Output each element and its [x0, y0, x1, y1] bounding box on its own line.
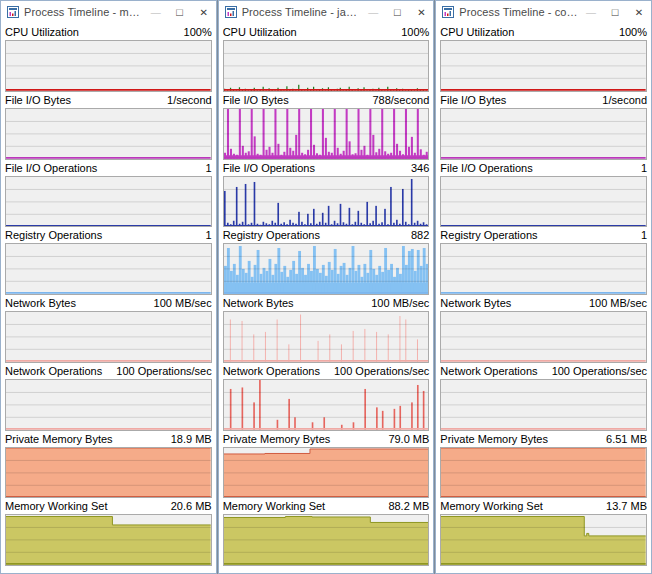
- panel-header: CPU Utilization 100%: [223, 25, 430, 40]
- panel-header: File I/O Bytes 1/second: [440, 93, 647, 108]
- app-icon: [7, 6, 19, 18]
- panel-header: Network Bytes 100 MB/sec: [5, 296, 212, 311]
- file-io-bytes-chart: [5, 108, 212, 160]
- maximize-button[interactable]: □: [603, 1, 627, 23]
- panel-label: Private Memory Bytes: [5, 433, 113, 446]
- chartbox: [440, 108, 647, 160]
- chartbox: [223, 379, 430, 431]
- chartbox: [5, 514, 212, 566]
- panel-value: 1: [641, 229, 647, 242]
- chartbox: [5, 311, 212, 363]
- panel-value: 100%: [401, 26, 429, 39]
- panel-header: Network Operations 100 Operations/sec: [5, 364, 212, 379]
- network-bytes-chart: [5, 311, 212, 363]
- cpu-utilization-chart: [223, 40, 430, 92]
- panel-label: Private Memory Bytes: [440, 433, 548, 446]
- panel-header: Private Memory Bytes 18.9 MB: [5, 432, 212, 447]
- memory-working-set-panel: Memory Working Set 20.6 MB: [5, 498, 212, 566]
- file-io-operations-panel: File I/O Operations 1: [440, 160, 647, 228]
- titlebar[interactable]: Process Timeline - conhost.exe (70244) —…: [436, 1, 651, 23]
- panel-label: Network Bytes: [5, 297, 76, 310]
- memory-working-set-chart: [223, 514, 430, 566]
- memory-working-set-chart: [5, 514, 212, 566]
- minimize-button[interactable]: —: [361, 1, 385, 23]
- panel-label: Memory Working Set: [440, 500, 543, 513]
- panel-label: File I/O Operations: [440, 162, 532, 175]
- panel-value: 100%: [619, 26, 647, 39]
- cpu-utilization-chart: [440, 40, 647, 92]
- app-icon: [442, 6, 454, 18]
- panel-label: Registry Operations: [440, 229, 537, 242]
- maximize-button[interactable]: □: [168, 1, 192, 23]
- network-operations-panel: Network Operations 100 Operations/sec: [5, 363, 212, 431]
- file-io-bytes-chart: [223, 108, 430, 160]
- private-memory-bytes-chart: [440, 447, 647, 499]
- file-io-bytes-chart: [440, 108, 647, 160]
- registry-operations-panel: Registry Operations 1: [5, 227, 212, 295]
- file-io-operations-panel: File I/O Operations 346: [223, 160, 430, 228]
- close-button[interactable]: ✕: [409, 1, 433, 23]
- cpu-utilization-panel: CPU Utilization 100%: [440, 24, 647, 92]
- panel-header: Registry Operations 1: [5, 228, 212, 243]
- panel-label: Registry Operations: [5, 229, 102, 242]
- panel-header: Registry Operations 1: [440, 228, 647, 243]
- chartbox: [440, 40, 647, 92]
- chartbox: [223, 447, 430, 499]
- panel-value: 788/second: [372, 94, 429, 107]
- maximize-button[interactable]: □: [385, 1, 409, 23]
- process-timeline-window: Process Timeline - mobileeyeagent.exe...…: [0, 0, 217, 574]
- panel-value: 1: [206, 162, 212, 175]
- panel-value: 100 MB/sec: [154, 297, 212, 310]
- panel-header: Private Memory Bytes 79.0 MB: [223, 432, 430, 447]
- memory-working-set-panel: Memory Working Set 88.2 MB: [223, 498, 430, 566]
- chartbox: [223, 108, 430, 160]
- registry-operations-chart: [5, 243, 212, 295]
- network-bytes-chart: [223, 311, 430, 363]
- panel-header: File I/O Operations 1: [440, 161, 647, 176]
- panels: CPU Utilization 100% File I/O Bytes 1/se…: [1, 23, 216, 573]
- chartbox: [5, 40, 212, 92]
- close-button[interactable]: ✕: [627, 1, 651, 23]
- panel-label: Network Operations: [440, 365, 537, 378]
- registry-operations-chart: [440, 243, 647, 295]
- panel-value: 1: [641, 162, 647, 175]
- panel-header: Network Operations 100 Operations/sec: [440, 364, 647, 379]
- panel-label: File I/O Bytes: [5, 94, 71, 107]
- panel-value: 100 Operations/sec: [116, 365, 211, 378]
- chartbox: [440, 514, 647, 566]
- panel-label: Memory Working Set: [223, 500, 326, 513]
- panel-header: File I/O Bytes 1/second: [5, 93, 212, 108]
- network-operations-panel: Network Operations 100 Operations/sec: [440, 363, 647, 431]
- panel-header: CPU Utilization 100%: [5, 25, 212, 40]
- file-io-operations-chart: [5, 176, 212, 228]
- panel-label: Private Memory Bytes: [223, 433, 331, 446]
- panel-value: 882: [411, 229, 429, 242]
- panel-label: CPU Utilization: [223, 26, 297, 39]
- chartbox: [440, 176, 647, 228]
- chartbox: [223, 243, 430, 295]
- minimize-button[interactable]: —: [144, 1, 168, 23]
- panels: CPU Utilization 100% File I/O Bytes 788/…: [219, 23, 434, 573]
- panels: CPU Utilization 100% File I/O Bytes 1/se…: [436, 23, 651, 573]
- panel-label: Network Operations: [5, 365, 102, 378]
- network-bytes-panel: Network Bytes 100 MB/sec: [440, 295, 647, 363]
- minimize-button[interactable]: —: [579, 1, 603, 23]
- titlebar[interactable]: Process Timeline - mobileeyeagent.exe...…: [1, 1, 216, 23]
- process-timeline-window: Process Timeline - conhost.exe (70244) —…: [435, 0, 652, 574]
- file-io-bytes-panel: File I/O Bytes 788/second: [223, 92, 430, 160]
- panel-label: Memory Working Set: [5, 500, 108, 513]
- chartbox: [5, 243, 212, 295]
- panel-header: Private Memory Bytes 6.51 MB: [440, 432, 647, 447]
- chartbox: [223, 514, 430, 566]
- panel-label: File I/O Operations: [223, 162, 315, 175]
- titlebar[interactable]: Process Timeline - java.exe (33664) — □ …: [219, 1, 434, 23]
- panel-label: File I/O Bytes: [223, 94, 289, 107]
- close-button[interactable]: ✕: [192, 1, 216, 23]
- memory-working-set-chart: [440, 514, 647, 566]
- memory-working-set-panel: Memory Working Set 13.7 MB: [440, 498, 647, 566]
- panel-value: 1: [206, 229, 212, 242]
- panel-value: 346: [411, 162, 429, 175]
- chartbox: [440, 379, 647, 431]
- panel-header: CPU Utilization 100%: [440, 25, 647, 40]
- file-io-bytes-panel: File I/O Bytes 1/second: [5, 92, 212, 160]
